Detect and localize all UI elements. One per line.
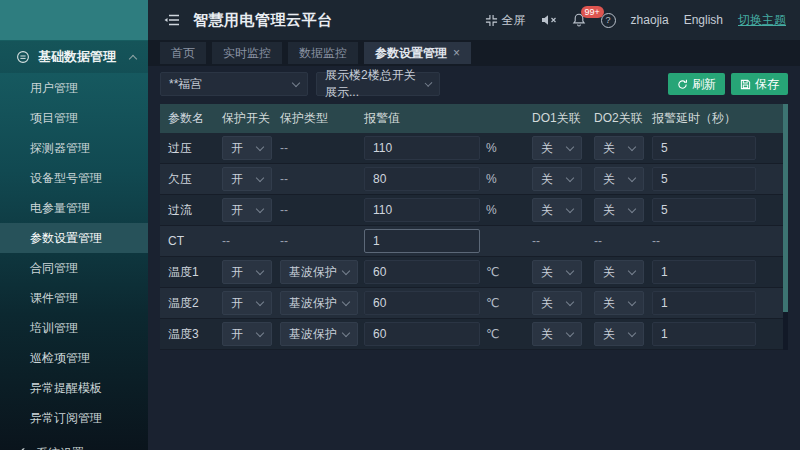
alarm-value-cell: ℃ [364, 291, 532, 315]
protect-switch-select[interactable]: 开 [222, 322, 272, 346]
tab[interactable]: 首页 [160, 42, 206, 64]
sidebar-item[interactable]: 课件管理 [0, 283, 148, 313]
fullscreen-button[interactable]: 全屏 [485, 12, 526, 29]
language-switch[interactable]: English [684, 13, 723, 27]
alarm-unit: ℃ [486, 327, 499, 341]
empty-value: -- [280, 172, 288, 186]
refresh-button[interactable]: 刷新 [668, 73, 725, 95]
protect-switch-select[interactable]: 开 [222, 167, 272, 191]
project-select[interactable]: **福宫 [160, 72, 308, 96]
sidebar-item-label: 培训管理 [30, 320, 78, 337]
empty-value: -- [280, 141, 288, 155]
protect-switch-select[interactable]: 开 [222, 136, 272, 160]
alarm-value-input[interactable] [364, 291, 480, 315]
do1-select[interactable]: 关 [532, 260, 582, 284]
empty-value: -- [222, 234, 230, 248]
do2-select[interactable]: 关 [594, 260, 644, 284]
sidebar-item[interactable]: 电参量管理 [0, 193, 148, 223]
alarm-value-input[interactable] [364, 167, 480, 191]
sidebar-item-label: 异常订阅管理 [30, 410, 102, 427]
alarm-value-input[interactable] [364, 136, 480, 160]
protect-type-select[interactable]: 基波保护 [280, 260, 358, 284]
table-body: 过压 开 -- % 关 关 [160, 133, 788, 350]
sidebar-item[interactable]: 设备型号管理 [0, 163, 148, 193]
device-select[interactable]: 展示楼2楼总开关展示... [316, 72, 440, 96]
sidebar-item[interactable]: 参数设置管理 [0, 223, 148, 253]
sidebar-group-label: 基础数据管理 [38, 48, 130, 66]
alarm-delay-cell [652, 291, 788, 315]
chevron-down-icon [342, 266, 350, 274]
alarm-value-input[interactable] [364, 198, 480, 222]
collapse-menu-icon[interactable] [164, 13, 181, 27]
tab[interactable]: 实时监控 [212, 42, 282, 64]
save-icon [740, 79, 751, 90]
chevron-down-icon [256, 204, 264, 212]
select-value: 关 [541, 202, 553, 219]
close-tab-icon[interactable]: × [453, 46, 460, 60]
sidebar-item[interactable]: 用户管理 [0, 73, 148, 103]
sidebar-item[interactable]: 合同管理 [0, 253, 148, 283]
sidebar-item[interactable]: 培训管理 [0, 313, 148, 343]
alarm-delay-cell [652, 260, 788, 284]
table-scrollbar-track[interactable] [783, 104, 788, 350]
theme-toggle-link[interactable]: 切换主题 [738, 12, 786, 29]
notifications-button[interactable]: 99+ [572, 13, 586, 27]
tab[interactable]: 参数设置管理 × [364, 42, 471, 64]
project-select-value: **福宫 [169, 76, 202, 93]
sidebar-item-label: 参数设置管理 [30, 230, 102, 247]
protect-switch-select[interactable]: 开 [222, 291, 272, 315]
alarm-delay-input[interactable] [652, 136, 756, 160]
alarm-value-input[interactable] [364, 229, 480, 253]
chevron-down-icon [566, 204, 574, 212]
sidebar-item[interactable]: 异常提醒模板 [0, 373, 148, 403]
do1-select[interactable]: 关 [532, 291, 582, 315]
save-button[interactable]: 保存 [731, 73, 788, 95]
do2-select[interactable]: 关 [594, 322, 644, 346]
do1-cell: 关 [532, 136, 594, 160]
do2-select[interactable]: 关 [594, 198, 644, 222]
alarm-delay-input[interactable] [652, 167, 756, 191]
mute-icon[interactable] [541, 14, 557, 26]
alarm-unit: % [486, 141, 497, 155]
sidebar-item[interactable]: 巡检项管理 [0, 343, 148, 373]
chevron-down-icon [628, 204, 636, 212]
alarm-delay-input[interactable] [652, 291, 756, 315]
do2-select[interactable]: 关 [594, 136, 644, 160]
alarm-delay-input[interactable] [652, 322, 756, 346]
alarm-delay-cell [652, 322, 788, 346]
alarm-value-input[interactable] [364, 322, 480, 346]
username[interactable]: zhaojia [631, 13, 669, 27]
do1-cell: 关 [532, 322, 594, 346]
empty-value: -- [652, 234, 660, 248]
sidebar-item[interactable]: 异常订阅管理 [0, 403, 148, 433]
do1-select[interactable]: 关 [532, 167, 582, 191]
do2-select[interactable]: 关 [594, 291, 644, 315]
alarm-delay-input[interactable] [652, 198, 756, 222]
database-icon [16, 50, 30, 64]
tab[interactable]: 数据监控 [288, 42, 358, 64]
do2-select[interactable]: 关 [594, 167, 644, 191]
do1-select[interactable]: 关 [532, 136, 582, 160]
param-name: 过压 [160, 140, 222, 157]
fullscreen-label: 全屏 [502, 12, 526, 29]
protect-switch-select[interactable]: 开 [222, 260, 272, 284]
sidebar-item[interactable]: 项目管理 [0, 103, 148, 133]
column-header: 参数名 [160, 110, 222, 127]
alarm-unit: ℃ [486, 296, 499, 310]
alarm-unit: % [486, 172, 497, 186]
protect-switch-select[interactable]: 开 [222, 198, 272, 222]
protect-type-select[interactable]: 基波保护 [280, 291, 358, 315]
sidebar-group-basic-data[interactable]: 基础数据管理 [0, 41, 148, 73]
do1-select[interactable]: 关 [532, 322, 582, 346]
protect-type-select[interactable]: 基波保护 [280, 322, 358, 346]
sidebar-group-system-settings[interactable]: 系统设置 [0, 437, 148, 450]
fullscreen-icon [485, 14, 498, 27]
alarm-delay-input[interactable] [652, 260, 756, 284]
select-value: 关 [603, 140, 615, 157]
select-value: 关 [603, 171, 615, 188]
sidebar-item[interactable]: 探测器管理 [0, 133, 148, 163]
alarm-value-input[interactable] [364, 260, 480, 284]
table-scrollbar-thumb[interactable] [783, 104, 788, 312]
select-value: 开 [231, 171, 243, 188]
do1-select[interactable]: 关 [532, 198, 582, 222]
